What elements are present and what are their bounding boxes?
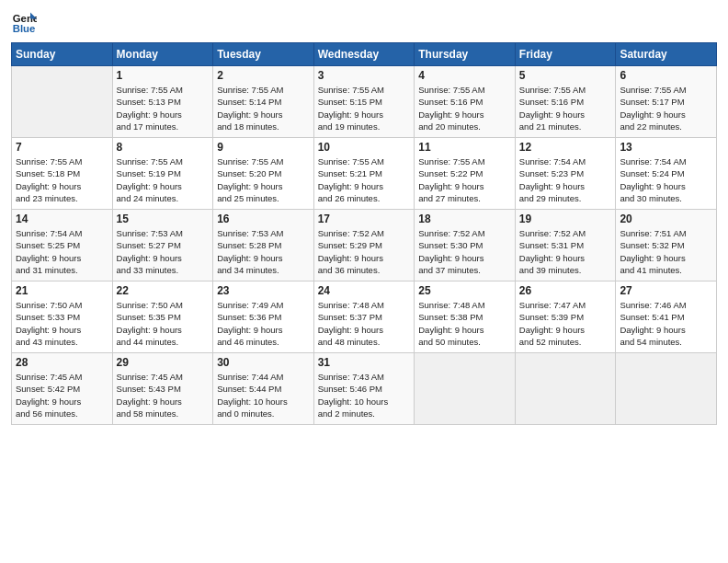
sunrise-text: Sunrise: 7:55 AM: [217, 84, 310, 96]
daylight-text: Daylight: 9 hours: [217, 252, 310, 264]
sunset-text: Sunset: 5:35 PM: [117, 311, 210, 323]
calendar-cell: 30 Sunrise: 7:44 AM Sunset: 5:44 PM Dayl…: [213, 353, 314, 425]
day-number: 10: [318, 141, 411, 154]
daylight-text2: and 43 minutes.: [16, 336, 108, 348]
sunrise-text: Sunrise: 7:55 AM: [16, 155, 108, 167]
calendar-cell: 31 Sunrise: 7:43 AM Sunset: 5:46 PM Dayl…: [313, 353, 415, 425]
day-number: 27: [620, 284, 712, 297]
day-number: 1: [117, 69, 210, 82]
daylight-text: Daylight: 9 hours: [117, 324, 210, 336]
daylight-text2: and 56 minutes.: [16, 408, 108, 419]
page-header: General Blue: [11, 9, 717, 35]
day-number: 2: [217, 69, 310, 82]
sunrise-text: Sunrise: 7:49 AM: [217, 299, 310, 311]
col-header-saturday: Saturday: [616, 43, 717, 66]
calendar-cell: 13 Sunrise: 7:54 AM Sunset: 5:24 PM Dayl…: [616, 138, 717, 210]
daylight-text: Daylight: 9 hours: [620, 324, 712, 336]
sunset-text: Sunset: 5:38 PM: [418, 311, 511, 323]
day-number: 4: [418, 69, 511, 82]
daylight-text: Daylight: 9 hours: [620, 180, 712, 192]
sunrise-text: Sunrise: 7:53 AM: [117, 227, 210, 239]
col-header-sunday: Sunday: [12, 43, 113, 66]
daylight-text: Daylight: 9 hours: [117, 396, 210, 408]
calendar-cell: 8 Sunrise: 7:55 AM Sunset: 5:19 PM Dayli…: [112, 138, 213, 210]
calendar-cell: 5 Sunrise: 7:55 AM Sunset: 5:16 PM Dayli…: [515, 66, 616, 138]
daylight-text: Daylight: 9 hours: [318, 180, 411, 192]
daylight-text: Daylight: 9 hours: [318, 324, 411, 336]
day-number: 12: [519, 141, 612, 154]
sunset-text: Sunset: 5:21 PM: [318, 167, 411, 179]
daylight-text2: and 18 minutes.: [217, 121, 310, 132]
daylight-text2: and 29 minutes.: [519, 192, 612, 204]
col-header-monday: Monday: [112, 43, 213, 66]
calendar-cell: 18 Sunrise: 7:52 AM Sunset: 5:30 PM Dayl…: [415, 210, 516, 282]
day-number: 7: [16, 141, 108, 154]
sunrise-text: Sunrise: 7:52 AM: [519, 227, 612, 239]
sunset-text: Sunset: 5:41 PM: [620, 311, 712, 323]
calendar-cell: 11 Sunrise: 7:55 AM Sunset: 5:22 PM Dayl…: [415, 138, 516, 210]
calendar-cell: 10 Sunrise: 7:55 AM Sunset: 5:21 PM Dayl…: [313, 138, 415, 210]
calendar-cell: [515, 353, 616, 425]
calendar-week-4: 21 Sunrise: 7:50 AM Sunset: 5:33 PM Dayl…: [12, 282, 717, 353]
sunrise-text: Sunrise: 7:55 AM: [620, 84, 712, 96]
col-header-tuesday: Tuesday: [213, 43, 314, 66]
daylight-text: Daylight: 9 hours: [217, 324, 310, 336]
sunset-text: Sunset: 5:25 PM: [16, 239, 108, 251]
sunrise-text: Sunrise: 7:47 AM: [519, 299, 612, 311]
daylight-text2: and 52 minutes.: [519, 336, 612, 348]
daylight-text2: and 37 minutes.: [418, 264, 511, 276]
logo: General Blue: [11, 9, 40, 35]
calendar-cell: 3 Sunrise: 7:55 AM Sunset: 5:15 PM Dayli…: [313, 66, 415, 138]
sunrise-text: Sunrise: 7:50 AM: [16, 299, 108, 311]
daylight-text2: and 48 minutes.: [318, 336, 411, 348]
daylight-text2: and 36 minutes.: [318, 264, 411, 276]
sunset-text: Sunset: 5:33 PM: [16, 311, 108, 323]
day-number: 26: [519, 284, 612, 297]
day-number: 8: [117, 141, 210, 154]
daylight-text: Daylight: 9 hours: [418, 252, 511, 264]
daylight-text2: and 23 minutes.: [16, 192, 108, 204]
daylight-text: Daylight: 9 hours: [519, 252, 612, 264]
sunrise-text: Sunrise: 7:46 AM: [620, 299, 712, 311]
sunset-text: Sunset: 5:14 PM: [217, 96, 310, 108]
day-number: 16: [217, 213, 310, 225]
sunrise-text: Sunrise: 7:55 AM: [117, 84, 210, 96]
daylight-text: Daylight: 9 hours: [318, 109, 411, 121]
daylight-text: Daylight: 9 hours: [16, 324, 108, 336]
sunset-text: Sunset: 5:16 PM: [418, 96, 511, 108]
sunrise-text: Sunrise: 7:45 AM: [117, 371, 210, 383]
sunset-text: Sunset: 5:30 PM: [418, 239, 511, 251]
sunrise-text: Sunrise: 7:55 AM: [418, 84, 511, 96]
daylight-text: Daylight: 10 hours: [318, 396, 411, 408]
sunrise-text: Sunrise: 7:55 AM: [217, 155, 310, 167]
daylight-text2: and 24 minutes.: [117, 192, 210, 204]
sunset-text: Sunset: 5:20 PM: [217, 167, 310, 179]
sunset-text: Sunset: 5:23 PM: [519, 167, 612, 179]
sunset-text: Sunset: 5:43 PM: [117, 383, 210, 395]
sunset-text: Sunset: 5:32 PM: [620, 239, 712, 251]
sunrise-text: Sunrise: 7:51 AM: [620, 227, 712, 239]
sunset-text: Sunset: 5:16 PM: [519, 96, 612, 108]
sunrise-text: Sunrise: 7:44 AM: [217, 371, 310, 383]
day-number: 29: [117, 356, 210, 369]
calendar-week-3: 14 Sunrise: 7:54 AM Sunset: 5:25 PM Dayl…: [12, 210, 717, 282]
sunset-text: Sunset: 5:39 PM: [519, 311, 612, 323]
daylight-text: Daylight: 9 hours: [318, 252, 411, 264]
day-number: 17: [318, 213, 411, 225]
sunrise-text: Sunrise: 7:52 AM: [318, 227, 411, 239]
daylight-text: Daylight: 9 hours: [217, 109, 310, 121]
daylight-text2: and 46 minutes.: [217, 336, 310, 348]
sunrise-text: Sunrise: 7:48 AM: [418, 299, 511, 311]
daylight-text2: and 2 minutes.: [318, 408, 411, 419]
day-number: 19: [519, 213, 612, 225]
calendar-cell: 7 Sunrise: 7:55 AM Sunset: 5:18 PM Dayli…: [12, 138, 113, 210]
calendar-cell: 25 Sunrise: 7:48 AM Sunset: 5:38 PM Dayl…: [415, 282, 516, 353]
daylight-text2: and 21 minutes.: [519, 121, 612, 132]
day-number: 21: [16, 284, 108, 297]
day-number: 6: [620, 69, 712, 82]
sunrise-text: Sunrise: 7:43 AM: [318, 371, 411, 383]
day-number: 24: [318, 284, 411, 297]
daylight-text2: and 19 minutes.: [318, 121, 411, 132]
sunset-text: Sunset: 5:28 PM: [217, 239, 310, 251]
daylight-text2: and 30 minutes.: [620, 192, 712, 204]
